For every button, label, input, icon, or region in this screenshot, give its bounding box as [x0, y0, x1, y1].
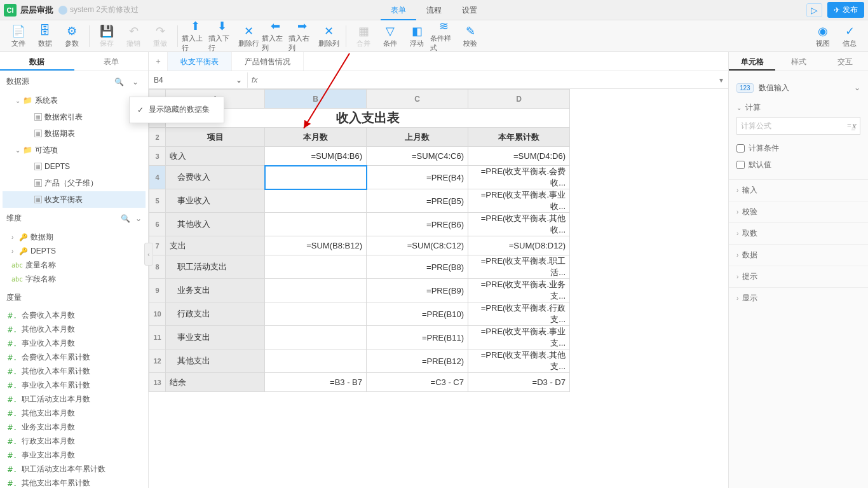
- measure-item[interactable]: #.其他收入本月数: [0, 322, 148, 336]
- cell[interactable]: =SUM(C8:C12): [367, 236, 468, 255]
- cell[interactable]: =PRE(B5): [367, 189, 468, 213]
- cell[interactable]: [265, 349, 367, 373]
- cell[interactable]: =PRE(B12): [367, 349, 468, 373]
- cell[interactable]: 其他支出: [166, 349, 265, 373]
- cell[interactable]: =PRE(收支平衡表.业务支...: [468, 279, 570, 302]
- checkbox[interactable]: [736, 161, 745, 169]
- tool-浮动[interactable]: ◧浮动: [403, 22, 430, 51]
- tool-数据[interactable]: 🗄数据: [32, 22, 58, 51]
- tab-flow[interactable]: 流程: [416, 0, 452, 20]
- measure-item[interactable]: #.事业收入本月数: [0, 336, 148, 350]
- cell[interactable]: =C3 - C7: [367, 373, 468, 392]
- cell[interactable]: =PRE(收支平衡表.职工活...: [468, 255, 570, 279]
- cell[interactable]: 事业支出: [166, 326, 265, 349]
- right-tab-cell[interactable]: 单元格: [729, 52, 775, 71]
- cell[interactable]: =SUM(B4:B6): [265, 147, 367, 166]
- row-head[interactable]: 10: [149, 302, 166, 326]
- right-tab-style[interactable]: 样式: [775, 52, 822, 71]
- cell-type-row[interactable]: 123 数值输入 ⌄: [736, 78, 860, 98]
- col-head-D[interactable]: D: [468, 90, 570, 109]
- sheet-tab-product[interactable]: 产品销售情况: [232, 52, 304, 71]
- tool-插入右列[interactable]: ➡插入右列: [288, 22, 315, 51]
- measure-item[interactable]: #.其他支出本月数: [0, 406, 148, 420]
- row-head[interactable]: 4: [149, 166, 166, 189]
- cell[interactable]: =SUM(B8:B12): [265, 236, 367, 255]
- cell[interactable]: =PRE(收支平衡表.其他收...: [468, 213, 570, 236]
- publish-button[interactable]: ✈发布: [827, 2, 864, 18]
- row-head[interactable]: 13: [149, 373, 166, 392]
- tool-条件样式[interactable]: ≋条件样式: [430, 22, 457, 51]
- measure-item[interactable]: #.职工活动支出本年累计数: [0, 462, 148, 476]
- tree-folder[interactable]: ⌄📁系统表: [3, 92, 146, 109]
- measure-item[interactable]: #.行政支出本月数: [0, 434, 148, 448]
- tool-删除列[interactable]: ✕删除列: [315, 22, 342, 51]
- left-tab-data[interactable]: 数据: [0, 52, 74, 71]
- row-head[interactable]: 2: [149, 128, 166, 147]
- formula-input[interactable]: [261, 73, 719, 87]
- cell[interactable]: 行政支出: [166, 302, 265, 326]
- tool-插入左列[interactable]: ⬅插入左列: [262, 22, 288, 51]
- cell[interactable]: 业务支出: [166, 279, 265, 302]
- cell[interactable]: =SUM(D4:D6): [468, 147, 570, 166]
- dim-item[interactable]: ›🔑数据期: [4, 230, 144, 244]
- toggle-hidden-datasets[interactable]: ✓ 显示隐藏的数据集: [130, 101, 224, 119]
- cell[interactable]: 会费收入: [166, 166, 265, 189]
- col-head-C[interactable]: C: [367, 90, 468, 109]
- title-cell[interactable]: 收入支出表: [166, 109, 570, 128]
- cell[interactable]: 支出: [166, 236, 265, 255]
- tab-settings[interactable]: 设置: [452, 0, 487, 20]
- formula-box[interactable]: 计算公式 =x̲: [736, 117, 860, 135]
- header-cell[interactable]: 项目: [166, 128, 265, 147]
- dim-item[interactable]: abc字段名称: [4, 272, 144, 286]
- add-sheet-button[interactable]: ＋: [149, 52, 168, 71]
- cell[interactable]: 事业收入: [166, 189, 265, 213]
- measure-item[interactable]: #.其他支出本年累计数: [0, 476, 148, 488]
- header-cell[interactable]: 上月数: [367, 128, 468, 147]
- tree-sheet[interactable]: ▦数据期表: [3, 125, 146, 142]
- cell[interactable]: =PRE(B6): [367, 213, 468, 236]
- cell[interactable]: =PRE(B9): [367, 279, 468, 302]
- cell[interactable]: =SUM(D8:D12): [468, 236, 570, 255]
- measure-item[interactable]: #.事业收入本年累计数: [0, 378, 148, 392]
- chevron-down-icon[interactable]: ⌄: [135, 214, 142, 223]
- cell[interactable]: =PRE(B11): [367, 326, 468, 349]
- check-default[interactable]: 默认值: [736, 156, 860, 173]
- tree-sheet[interactable]: ▦收支平衡表: [3, 191, 146, 208]
- measure-item[interactable]: #.事业支出本月数: [0, 448, 148, 462]
- section-取数[interactable]: ›取数: [729, 222, 868, 244]
- cell[interactable]: [265, 213, 367, 236]
- measure-item[interactable]: #.业务支出本月数: [0, 420, 148, 434]
- sheet-tab-balance[interactable]: 收支平衡表: [168, 52, 232, 71]
- section-提示[interactable]: ›提示: [729, 266, 868, 287]
- cell[interactable]: =PRE(收支平衡表.行政支...: [468, 302, 570, 326]
- cell[interactable]: [265, 189, 367, 213]
- cell[interactable]: 收入: [166, 147, 265, 166]
- row-head[interactable]: 9: [149, 279, 166, 302]
- cell[interactable]: =SUM(C4:C6): [367, 147, 468, 166]
- col-head-B[interactable]: B: [265, 90, 367, 109]
- cell[interactable]: =PRE(B4): [367, 166, 468, 189]
- tool-插入上行[interactable]: ⬆插入上行: [182, 22, 208, 51]
- check-compute-cond[interactable]: 计算条件: [736, 140, 860, 156]
- tree-sheet[interactable]: ▦数据索引表: [3, 109, 146, 125]
- row-head[interactable]: 5: [149, 189, 166, 213]
- cell-reference-box[interactable]: B4⌄: [149, 72, 248, 88]
- tool-视图[interactable]: ◉视图: [810, 22, 836, 51]
- cell[interactable]: =B3 - B7: [265, 373, 367, 392]
- measure-item[interactable]: #.会费收入本月数: [0, 308, 148, 322]
- header-cell[interactable]: 本月数: [265, 128, 367, 147]
- measure-item[interactable]: #.其他收入本年累计数: [0, 364, 148, 378]
- measure-item[interactable]: #.职工活动支出本月数: [0, 392, 148, 406]
- section-compute[interactable]: ⌄ 计算: [736, 98, 860, 117]
- search-icon[interactable]: 🔍: [114, 78, 124, 86]
- measure-item[interactable]: #.会费收入本年累计数: [0, 350, 148, 364]
- cell[interactable]: [265, 166, 367, 189]
- cell[interactable]: =PRE(B10): [367, 302, 468, 326]
- row-head[interactable]: 11: [149, 326, 166, 349]
- tool-删除行[interactable]: ✕删除行: [235, 22, 262, 51]
- header-cell[interactable]: 本年累计数: [468, 128, 570, 147]
- tool-条件[interactable]: ▽条件: [377, 22, 403, 51]
- cell[interactable]: =PRE(B8): [367, 255, 468, 279]
- tree-sheet[interactable]: ▦产品（父子维）: [3, 175, 146, 191]
- spreadsheet-grid[interactable]: ABCD1收入支出表2项目本月数上月数本年累计数3收入=SUM(B4:B6)=S…: [149, 89, 570, 392]
